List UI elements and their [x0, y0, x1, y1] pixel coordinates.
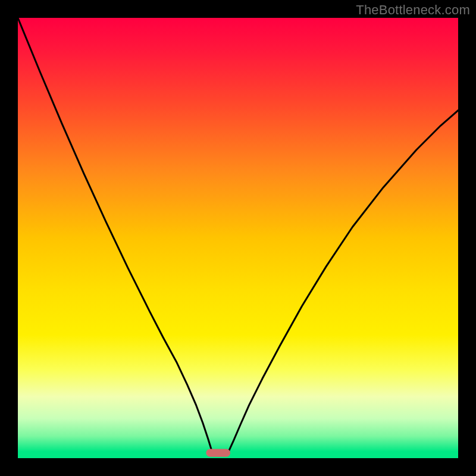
bottleneck-marker-rect [206, 449, 230, 456]
watermark-text: TheBottleneck.com [356, 2, 470, 18]
bottleneck-marker [206, 449, 230, 456]
chart-frame: TheBottleneck.com [0, 0, 476, 476]
gradient-background [18, 18, 458, 458]
chart-svg [18, 18, 458, 458]
plot-area [18, 18, 458, 458]
